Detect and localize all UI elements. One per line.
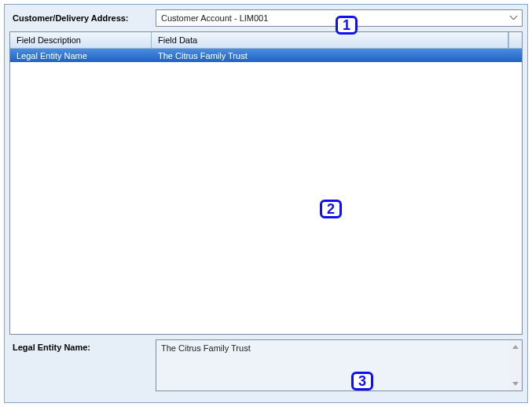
annotation-badge-1: 1 — [336, 16, 358, 35]
detail-label: Legal Entity Name: — [9, 339, 156, 391]
table-header: Field Description Field Data — [10, 32, 522, 49]
detail-value: The Citrus Family Trust — [161, 343, 251, 353]
table-row[interactable]: Legal Entity Name The Citrus Family Trus… — [10, 49, 522, 62]
column-field-data[interactable]: Field Data — [152, 32, 508, 48]
scroll-up-icon[interactable] — [509, 341, 521, 353]
annotation-badge-3: 3 — [351, 372, 373, 390]
address-select-value: Customer Account - LIM001 — [161, 13, 268, 23]
detail-scrollbar[interactable] — [509, 341, 521, 390]
scroll-down-icon[interactable] — [509, 378, 521, 390]
column-field-description[interactable]: Field Description — [10, 32, 152, 48]
address-label: Customer/Delivery Address: — [9, 13, 156, 23]
header-scroll-gutter — [508, 32, 522, 48]
address-row: Customer/Delivery Address: Customer Acco… — [9, 9, 523, 27]
cell-field-data: The Citrus Family Trust — [152, 49, 522, 62]
chevron-down-icon — [508, 16, 519, 20]
fields-table: Field Description Field Data Legal Entit… — [9, 31, 523, 335]
detail-row: Legal Entity Name: The Citrus Family Tru… — [9, 339, 523, 391]
annotation-badge-2: 2 — [320, 200, 342, 218]
detail-textarea[interactable]: The Citrus Family Trust — [156, 339, 523, 391]
cell-field-description: Legal Entity Name — [10, 49, 152, 62]
table-body: Legal Entity Name The Citrus Family Trus… — [10, 49, 522, 334]
panel: Customer/Delivery Address: Customer Acco… — [4, 4, 528, 403]
